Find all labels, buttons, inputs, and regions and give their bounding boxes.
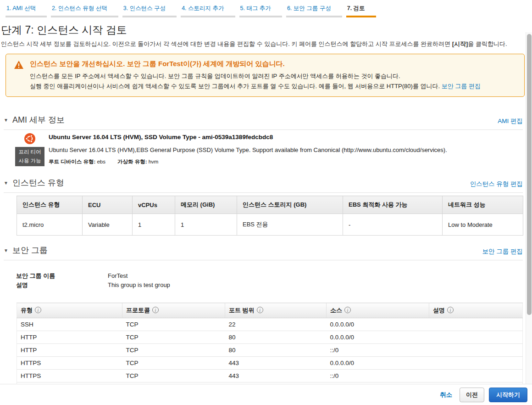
instance-type-table-header-row: 인스턴스 유형 ECU vCPUs 메모리 (GiB) 인스턴스 스토리지 (G… [17,196,523,214]
warning-edit-security-group-link[interactable]: 보안 그룹 편집 [442,83,481,90]
tab-step-1-choose-ami[interactable]: 1. AMI 선택 [6,4,47,17]
col-port-range: 포트 범위i [225,303,327,318]
rule-protocol: TCP [122,357,225,370]
info-icon[interactable]: i [257,307,263,313]
ami-media: 프리 티어 사용 가능 [15,133,44,166]
info-icon[interactable]: i [35,307,41,313]
ami-description: Ubuntu Server 16.04 LTS (HVM),EBS Genera… [49,146,447,153]
rule-port: 80 [225,344,327,357]
rule-port: 22 [225,318,327,331]
security-group-name-value: ForTest [108,271,127,281]
ami-section-header: ▼ AMI 세부 정보 AMI 편집 [4,114,523,130]
warning-title: 인스턴스 보안을 개선하십시오. 보안 그룹 ForTest이(가) 세계에 개… [30,60,481,68]
ami-section-toggle[interactable]: ▼ AMI 세부 정보 [4,114,65,125]
rule-protocol: TCP [122,331,225,344]
page-description-tail: 을 클릭합니다. [468,40,507,47]
cell-instance-storage: EBS 전용 [237,214,343,236]
virtualization-type: 가상화 유형: hvm [117,159,158,164]
rule-source: 0.0.0.0/0 [327,357,429,370]
cancel-button[interactable]: 취소 [440,391,452,399]
rule-protocol: TCP [122,318,225,331]
instance-type-section-header: ▼ 인스턴스 유형 인스턴스 유형 편집 [4,177,523,193]
col-protocol-label: 프로토콜 [126,307,150,314]
tab-step-5-add-tags[interactable]: 5. 태그 추가 [239,4,282,17]
table-row: HTTP TCP 80 ::/0 [17,344,523,357]
ami-section-title: AMI 세부 정보 [12,114,65,125]
col-ecu: ECU [83,196,133,214]
cell-vcpus: 1 [133,214,175,236]
collapse-triangle-icon: ▼ [4,248,8,253]
page-title: 단계 7: 인스턴스 시작 검토 [1,23,532,37]
col-source: 소스i [327,303,429,318]
col-network-performance: 네트워크 성능 [443,196,523,214]
cell-ebs-optimized: - [343,214,443,236]
security-group-section-title: 보안 그룹 [12,245,48,256]
root-device-type-label: 루트 디바이스 유형: [49,159,95,164]
table-row: HTTPS TCP 443 ::/0 [17,370,523,382]
col-port-range-label: 포트 범위 [229,307,255,314]
col-rule-type-label: 유형 [21,307,33,314]
col-rule-description: 설명i [429,303,523,318]
rule-protocol: TCP [122,370,225,382]
tab-step-2-choose-instance-type[interactable]: 2. 인스턴스 유형 선택 [51,4,118,17]
vertical-scrollbar-thumb[interactable] [527,34,532,315]
col-source-label: 소스 [330,307,342,314]
col-protocol: 프로토콜i [122,303,225,318]
warning-content: 인스턴스 보안을 개선하십시오. 보안 그룹 ForTest이(가) 세계에 개… [30,60,481,91]
rule-description [429,357,523,370]
rule-source: ::/0 [327,344,429,357]
warning-line-1: 인스턴스를 모든 IP 주소에서 액세스할 수 있습니다. 보안 그룹 규칙을 … [30,71,481,81]
page-description-text: 인스턴스 시작 세부 정보를 검토하십시오. 이전으로 돌아가서 각 섹션에 대… [1,40,452,47]
instance-type-section-toggle[interactable]: ▼ 인스턴스 유형 [4,177,64,188]
collapse-triangle-icon: ▼ [4,118,8,123]
cell-network-performance: Low to Moderate [443,214,523,236]
security-rules-table: 유형i 프로토콜i 포트 범위i 소스i 설명i SSH TCP 22 0.0.… [17,303,523,397]
wizard-footer: 취소 이전 시작하기 [0,384,532,405]
tab-step-4-add-storage[interactable]: 4. 스토리지 추가 [181,4,235,17]
tab-step-3-configure-instance[interactable]: 3. 인스턴스 구성 [122,4,177,17]
rule-port: 443 [225,357,327,370]
warning-triangle-icon [14,61,23,91]
col-vcpus: vCPUs [133,196,175,214]
rule-source: 0.0.0.0/0 [327,331,429,344]
tab-step-7-review[interactable]: 7. 검토 [346,4,376,17]
page-description-launch-emphasis: [시작] [452,40,468,47]
wizard-step-tabs: 1. AMI 선택 2. 인스턴스 유형 선택 3. 인스턴스 구성 4. 스토… [0,0,532,17]
cell-ecu: Variable [83,214,133,236]
table-row: t2.micro Variable 1 1 EBS 전용 - Low to Mo… [17,214,523,236]
instance-type-table: 인스턴스 유형 ECU vCPUs 메모리 (GiB) 인스턴스 스토리지 (G… [17,196,523,236]
tab-step-6-configure-security-group[interactable]: 6. 보안 그룹 구성 [286,4,342,17]
ami-text: Ubuntu Server 16.04 LTS (HVM), SSD Volum… [49,133,447,166]
warning-line-2-text: 실행 중인 애플리케이션이나 서비스에 쉽게 액세스할 수 있도록 보안 그룹에… [30,83,442,90]
info-icon[interactable]: i [344,307,351,313]
table-row: HTTPS TCP 443 0.0.0.0/0 [17,357,523,370]
security-warning-box: 인스턴스 보안을 개선하십시오. 보안 그룹 ForTest이(가) 세계에 개… [6,54,525,97]
security-group-summary: 보안 그룹 이름 ForTest 설명 This group is test g… [16,271,532,290]
edit-instance-type-link[interactable]: 인스턴스 유형 편집 [470,180,523,188]
cell-instance-type: t2.micro [17,214,83,236]
root-device-type-value: ebs [97,159,105,164]
rule-type: HTTPS [17,370,122,382]
vertical-scrollbar-track[interactable] [526,32,532,384]
rule-type: HTTPS [17,357,122,370]
rule-source: 0.0.0.0/0 [327,318,429,331]
security-group-description-row: 설명 This group is test group [16,281,532,290]
table-row: SSH TCP 22 0.0.0.0/0 [17,318,523,331]
previous-button[interactable]: 이전 [460,388,484,402]
info-icon[interactable]: i [152,307,159,313]
table-row: HTTP TCP 80 0.0.0.0/0 [17,331,523,344]
info-icon[interactable]: i [447,307,454,313]
warning-line-2: 실행 중인 애플리케이션이나 서비스에 쉽게 액세스할 수 있도록 보안 그룹에… [30,81,481,91]
edit-security-group-link[interactable]: 보안 그룹 편집 [482,248,523,256]
launch-wizard-review-page: 1. AMI 선택 2. 인스턴스 유형 선택 3. 인스턴스 구성 4. 스토… [0,0,532,405]
launch-button[interactable]: 시작하기 [489,388,527,402]
collapse-triangle-icon: ▼ [4,180,8,186]
edit-ami-link[interactable]: AMI 편집 [498,117,523,125]
rule-description [429,344,523,357]
rule-type: SSH [17,318,122,331]
security-group-section-toggle[interactable]: ▼ 보안 그룹 [4,245,48,256]
col-instance-storage: 인스턴스 스토리지 (GB) [237,196,343,214]
rule-port: 80 [225,331,327,344]
security-group-name-row: 보안 그룹 이름 ForTest [16,271,532,281]
rule-protocol: TCP [122,344,225,357]
